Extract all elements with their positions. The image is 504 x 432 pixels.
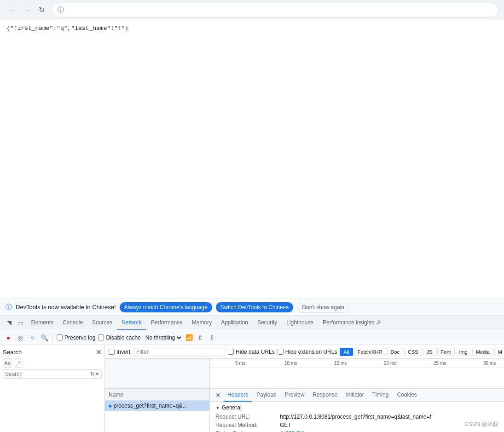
search-options: Aa .* <box>3 358 102 368</box>
reload-button[interactable]: ↻ <box>35 4 48 17</box>
tab-application[interactable]: Application <box>216 316 253 330</box>
triangle-icon: ▼ <box>215 405 220 410</box>
lang-message: DevTools is now available in Chinese! <box>16 304 116 311</box>
request-url-key: Request URL: <box>215 414 280 420</box>
network-toolbar: ● ◎ ▿ 🔍 Preserve log Disable cache No th… <box>0 330 504 345</box>
search-close-button[interactable]: ✕ <box>96 348 102 357</box>
request-method-val: GET <box>280 422 291 428</box>
device-icon-btn[interactable]: ▭ <box>15 317 26 328</box>
tab-performance[interactable]: Performance <box>146 316 187 330</box>
cursor-icon-btn[interactable]: ◥ <box>4 317 15 328</box>
invert-checkbox[interactable] <box>109 349 115 355</box>
hide-data-urls-label[interactable]: Hide data URLs <box>228 349 275 355</box>
filter-input[interactable] <box>133 347 225 357</box>
filter-img-btn[interactable]: Img <box>456 348 471 356</box>
tab-memory[interactable]: Memory <box>187 316 216 330</box>
filter-all-btn[interactable]: All <box>340 348 353 356</box>
detail-row-method: Request Method: GET <box>215 421 498 429</box>
tab-network[interactable]: Network <box>117 316 146 330</box>
divider <box>52 334 53 342</box>
hide-data-urls-checkbox[interactable] <box>228 349 234 355</box>
hide-extension-urls-checkbox[interactable] <box>278 349 284 355</box>
devtools-tabs: ◥ ▭ Elements Console Sources Network Per… <box>0 316 504 330</box>
detail-tab-initiator[interactable]: Initiator <box>342 389 367 402</box>
filter-m-btn[interactable]: M <box>494 348 504 356</box>
url-input[interactable]: 127.0.0.1:8081/process_get?first_name=q&… <box>67 6 492 13</box>
search-icon-btn[interactable]: 🔍 <box>40 333 49 342</box>
clear-button[interactable]: ◎ <box>16 333 25 342</box>
detail-tab-payload[interactable]: Payload <box>253 389 280 402</box>
forward-button[interactable]: → <box>20 4 33 17</box>
detail-row-status: Status Code: 200 OK <box>215 429 498 432</box>
search-label: Search <box>3 349 22 356</box>
general-section: ▼ General Request URL: http://127.0.0.1:… <box>210 402 504 432</box>
filter-fetchxhr-btn[interactable]: Fetch/XHR <box>354 348 386 356</box>
search-input-wrap: ↻ ✕ <box>3 369 102 379</box>
match-language-button[interactable]: Always match Chrome's language <box>120 302 212 312</box>
search-input[interactable] <box>5 371 90 377</box>
network-timeline: 5 ms 10 ms 15 ms 20 ms 25 ms 30 ms 35 ms… <box>105 359 504 389</box>
browser-chrome: ← → ↻ ⓘ 127.0.0.1:8081/process_get?first… <box>0 0 504 20</box>
filter-css-btn[interactable]: CSS <box>404 348 422 356</box>
request-url-val: http://127.0.0.1:8081/process_get?first_… <box>280 414 431 420</box>
detail-tab-headers[interactable]: Headers <box>224 389 252 402</box>
preserve-log-label[interactable]: Preserve log <box>57 334 95 341</box>
filter-js-btn[interactable]: JS <box>423 348 436 356</box>
filter-media-btn[interactable]: Media <box>472 348 493 356</box>
status-code-key: Status Code: <box>215 430 280 432</box>
request-item[interactable]: ■ process_get?first_name=q&... <box>105 401 209 411</box>
filter-icon-btn[interactable]: ▿ <box>28 333 37 342</box>
case-sensitive-button[interactable]: Aa <box>3 358 12 368</box>
document-icon: ■ <box>109 403 112 409</box>
back-button[interactable]: ← <box>6 4 18 17</box>
switch-to-chinese-button[interactable]: Switch DevTools to Chinese <box>216 302 294 312</box>
tab-console[interactable]: Console <box>58 316 87 330</box>
disable-cache-label[interactable]: Disable cache <box>98 334 140 341</box>
search-clear-button[interactable]: ✕ <box>95 371 99 377</box>
tab-performance-insights[interactable]: Performance insights ☭ <box>318 316 386 330</box>
disable-cache-checkbox[interactable] <box>98 334 104 340</box>
filter-font-btn[interactable]: Font <box>437 348 455 356</box>
timeline-ruler: 5 ms 10 ms 15 ms 20 ms 25 ms 30 ms 35 ms… <box>210 359 504 368</box>
tab-lighthouse[interactable]: Lighthouse <box>282 316 318 330</box>
tab-elements[interactable]: Elements <box>26 316 58 330</box>
search-refresh-button[interactable]: ↻ <box>90 371 95 377</box>
detail-tab-response[interactable]: Response <box>309 389 341 402</box>
wifi-icon: 📶 <box>185 334 193 341</box>
hide-extension-urls-label[interactable]: Hide extension URLs <box>278 349 337 355</box>
preserve-log-checkbox[interactable] <box>57 334 63 340</box>
import-icon-btn[interactable]: ⇧ <box>196 333 205 342</box>
dont-show-again-button[interactable]: Don't show again <box>297 302 349 313</box>
filter-doc-btn[interactable]: Doc <box>387 348 404 356</box>
json-response: {"first_name":"q","last_name":"f"} <box>6 25 128 32</box>
filter-bar: Invert Hide data URLs Hide extension URL… <box>105 345 504 359</box>
throttle-select[interactable]: No throttling <box>144 334 183 341</box>
export-icon-btn[interactable]: ⇩ <box>208 333 217 342</box>
detail-tab-preview[interactable]: Preview <box>281 389 308 402</box>
regex-button[interactable]: .* <box>14 358 23 368</box>
tab-sources[interactable]: Sources <box>87 316 117 330</box>
language-notification-bar: ⓘ DevTools is now available in Chinese! … <box>0 299 504 316</box>
tab-security[interactable]: Security <box>253 316 282 330</box>
address-bar: ⓘ 127.0.0.1:8081/process_get?first_name=… <box>52 3 498 17</box>
devtools-panel: ⓘ DevTools is now available in Chinese! … <box>0 299 504 432</box>
tick-20ms: 20 ms <box>384 361 396 366</box>
timeline-main: 5 ms 10 ms 15 ms 20 ms 25 ms 30 ms 35 ms… <box>210 359 504 388</box>
tick-30ms: 30 ms <box>483 361 496 366</box>
details-close-button[interactable]: ✕ <box>214 391 223 400</box>
network-content: Name ■ process_get?first_name=q&... ✕ He… <box>105 389 504 432</box>
request-details: ✕ Headers Payload Preview Response Initi… <box>210 389 504 432</box>
info-icon: ⓘ <box>58 6 64 14</box>
invert-label[interactable]: Invert <box>109 349 130 355</box>
search-panel: Search ✕ Aa .* ↻ ✕ <box>0 345 105 432</box>
general-section-header[interactable]: ▼ General <box>215 404 498 411</box>
detail-tab-timing[interactable]: Timing <box>369 389 393 402</box>
page-content: {"first_name":"q","last_name":"f"} <box>0 20 504 299</box>
record-button[interactable]: ● <box>4 333 13 342</box>
tick-10ms: 10 ms <box>284 361 297 366</box>
tick-25ms: 25 ms <box>434 361 446 366</box>
search-panel-header: Search ✕ <box>3 348 102 357</box>
detail-tab-cookies[interactable]: Cookies <box>393 389 420 402</box>
details-tabs: ✕ Headers Payload Preview Response Initi… <box>210 389 504 402</box>
info-icon: ⓘ <box>6 303 12 311</box>
